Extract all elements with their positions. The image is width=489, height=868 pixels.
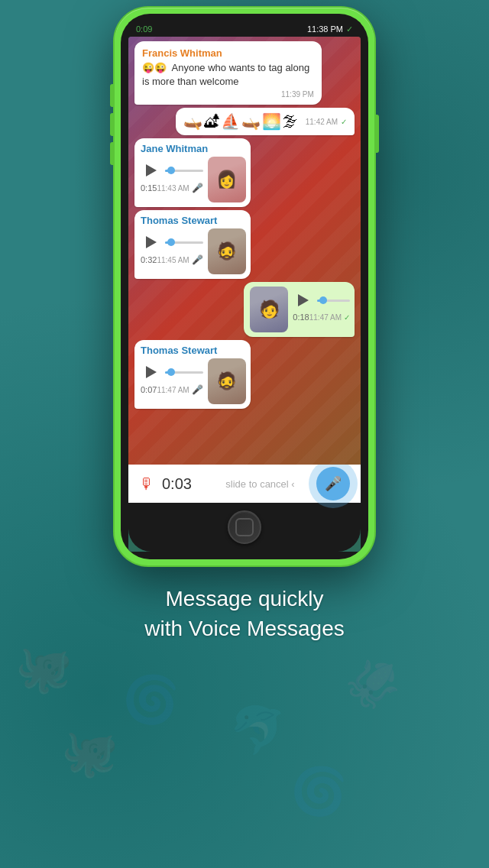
sender-name-thomas2: Thomas Stewart (141, 345, 246, 356)
status-time: 11:38 PM ✓ (307, 24, 353, 34)
sender-name-jane: Jane Whitman (141, 143, 246, 154)
thomas2-waveform (165, 364, 203, 380)
jane-avatar: 👩 (208, 157, 246, 202)
send-voice-icon: 🎤 (325, 475, 342, 492)
outgoing-check: ✓ (344, 313, 350, 322)
outgoing-play-button[interactable] (293, 290, 314, 311)
thomas2-time: 11:47 AM 🎤 (157, 384, 202, 395)
jane-waveform (165, 163, 203, 178)
phone-screen: Francis Whitman 😜😜 Anyone who wants to t… (128, 37, 361, 552)
thomas2-play-icon (146, 366, 157, 378)
recording-bar: 🎙 0:03 slide to cancel ‹ 🎤 (128, 465, 361, 503)
status-bar: 0:09 11:38 PM ✓ (128, 21, 361, 37)
thomas1-voice-meta: 0:32 11:45 AM 🎤 (141, 254, 203, 265)
call-duration: 0:09 (136, 24, 152, 34)
thomas1-voice-container: 0:32 11:45 AM 🎤 🧔 (141, 228, 246, 274)
outgoing-vm-row (293, 290, 350, 311)
thomas2-avatar: 🧔 (208, 358, 246, 404)
promo-text: Message quickly with Voice Messages (144, 584, 344, 643)
message-outgoing-voice: 🧑 (244, 282, 355, 337)
outgoing-duration: 0:18 (293, 313, 309, 322)
jane-play-icon (146, 164, 157, 177)
jane-voice-controls: 0:15 11:43 AM 🎤 (141, 157, 203, 193)
outgoing-time: 11:47 AM ✓ (309, 313, 350, 322)
thomas1-mic-icon: 🎤 (192, 254, 203, 265)
jane-voice-meta: 0:15 11:43 AM 🎤 (141, 183, 203, 193)
outgoing-avatar: 🧑 (250, 287, 288, 332)
jane-voice-container: 0:15 11:43 AM 🎤 👩 (141, 157, 246, 202)
thomas2-vm-row (141, 361, 203, 383)
sender-name-thomas1: Thomas Stewart (141, 215, 246, 226)
jane-duration: 0:15 (141, 183, 157, 193)
message-thomas1: Thomas Stewart (134, 210, 251, 279)
message-thomas2: Thomas Stewart (134, 340, 251, 409)
thomas1-avatar: 🧔 (208, 228, 246, 274)
thomas1-waveform (165, 235, 203, 250)
bottom-promo: Message quickly with Voice Messages (114, 584, 374, 643)
phone-shell: 0:09 11:38 PM ✓ Francis Whitman 😜😜 Anyon… (115, 8, 374, 565)
outgoing-play-icon (298, 294, 309, 306)
message-jane: Jane Whitman (134, 138, 251, 207)
thomas2-mic-icon: 🎤 (192, 384, 203, 395)
send-voice-button[interactable]: 🎤 (316, 467, 350, 500)
message-text-francis: 😜😜 Anyone who wants to tag along is more… (142, 61, 314, 89)
thomas2-waveform-dot (167, 368, 175, 376)
message-time-francis: 11:39 PM (142, 90, 314, 99)
status-check: ✓ (346, 24, 353, 34)
thomas1-waveform-dot (167, 238, 175, 246)
message-francis: Francis Whitman 😜😜 Anyone who wants to t… (134, 41, 322, 105)
emoji-time: 11:42 AM (306, 118, 338, 126)
phone-inner: 0:09 11:38 PM ✓ Francis Whitman 😜😜 Anyon… (121, 14, 368, 559)
thomas2-voice-controls: 0:07 11:47 AM 🎤 (141, 358, 203, 395)
home-button-inner (235, 518, 254, 536)
recording-mic-icon: 🎙 (139, 475, 154, 493)
phone-frame: 0:09 11:38 PM ✓ Francis Whitman 😜😜 Anyon… (115, 8, 374, 565)
outgoing-voice-meta: 0:18 11:47 AM ✓ (293, 313, 350, 322)
thomas1-vm-row (141, 232, 203, 253)
thomas2-duration: 0:07 (141, 385, 157, 394)
thomas1-play-icon (146, 236, 157, 248)
thomas2-play-button[interactable] (141, 361, 162, 383)
jane-play-button[interactable] (141, 160, 162, 181)
home-button[interactable] (228, 510, 261, 544)
emoji-check: ✓ (341, 118, 347, 126)
thomas1-voice-controls: 0:32 11:45 AM 🎤 (141, 228, 203, 265)
recording-timer: 0:03 (162, 475, 204, 493)
status-time-text: 11:38 PM (307, 24, 343, 34)
promo-line1: Message quickly (166, 587, 324, 611)
emoji-time-row: 11:42 AM ✓ (306, 118, 347, 126)
jane-mic-icon: 🎤 (192, 183, 203, 193)
thomas1-play-button[interactable] (141, 232, 162, 253)
jane-vm-row (141, 160, 203, 181)
jane-time: 11:43 AM 🎤 (157, 183, 202, 193)
promo-line2: with Voice Messages (144, 617, 344, 640)
thomas1-time: 11:45 AM 🎤 (157, 254, 202, 265)
jane-waveform-dot (167, 167, 175, 174)
outgoing-voice-controls: 0:18 11:47 AM ✓ (293, 287, 350, 322)
sender-name-francis: Francis Whitman (142, 47, 314, 59)
thomas2-waveform-track (165, 371, 203, 374)
thomas1-duration: 0:32 (141, 255, 157, 264)
jane-waveform-track (165, 170, 203, 172)
thomas1-waveform-track (165, 241, 203, 244)
chat-area: Francis Whitman 😜😜 Anyone who wants to t… (128, 37, 361, 465)
thomas2-voice-meta: 0:07 11:47 AM 🎤 (141, 384, 203, 395)
slide-to-cancel-text: slide to cancel ‹ (212, 478, 309, 490)
emoji-content: 🛶🏕⛵🛶🌅🌫 (183, 112, 300, 131)
home-area (128, 503, 361, 552)
thomas2-voice-container: 0:07 11:47 AM 🎤 🧔 (141, 358, 246, 404)
message-emoji: 🛶🏕⛵🛶🌅🌫 11:42 AM ✓ (176, 108, 355, 135)
outgoing-waveform-dot (319, 296, 327, 304)
outgoing-waveform-track (317, 300, 350, 302)
outgoing-waveform (317, 293, 350, 308)
